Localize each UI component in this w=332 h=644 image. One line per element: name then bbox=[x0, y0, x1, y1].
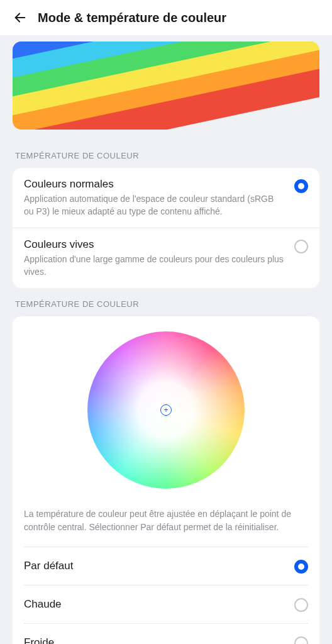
option-desc: Application d'une large gamme de couleur… bbox=[24, 253, 284, 278]
temp-option-warm[interactable]: Chaude bbox=[24, 585, 308, 623]
app-header: Mode & température de couleur bbox=[0, 0, 332, 35]
color-wheel-picker[interactable] bbox=[87, 331, 245, 489]
radio-temp-default[interactable] bbox=[294, 560, 308, 574]
radio-temp-warm[interactable] bbox=[294, 598, 308, 612]
temperature-desc: La température de couleur peut être ajus… bbox=[24, 508, 308, 534]
temp-label: Froide bbox=[24, 636, 54, 644]
temp-label: Chaude bbox=[24, 598, 62, 611]
arrow-left-icon bbox=[13, 11, 27, 25]
temp-label: Par défaut bbox=[24, 560, 73, 572]
radio-temp-cold[interactable] bbox=[294, 636, 308, 644]
radio-normal-colors[interactable] bbox=[294, 179, 308, 193]
back-button[interactable] bbox=[13, 10, 28, 25]
color-wheel-marker[interactable] bbox=[160, 404, 172, 416]
page-title: Mode & température de couleur bbox=[38, 11, 226, 25]
radio-vivid-colors[interactable] bbox=[294, 240, 308, 253]
color-mode-card: Couleurs normales Application automatiqu… bbox=[13, 168, 319, 288]
color-banner-image bbox=[13, 42, 319, 130]
option-normal-colors[interactable]: Couleurs normales Application automatiqu… bbox=[13, 168, 319, 228]
option-title: Couleurs vives bbox=[24, 238, 284, 251]
section-label-color-mode: TEMPÉRATURE DE COULEUR bbox=[0, 140, 332, 168]
option-title: Couleurs normales bbox=[24, 178, 284, 191]
option-vivid-colors[interactable]: Couleurs vives Application d'une large g… bbox=[13, 228, 319, 288]
option-desc: Application automatique de l'espace de c… bbox=[24, 193, 284, 218]
temperature-card: La température de couleur peut être ajus… bbox=[13, 316, 319, 644]
section-label-temperature: TEMPÉRATURE DE COULEUR bbox=[0, 288, 332, 316]
temp-option-default[interactable]: Par défaut bbox=[24, 547, 308, 585]
temp-option-cold[interactable]: Froide bbox=[24, 623, 308, 644]
